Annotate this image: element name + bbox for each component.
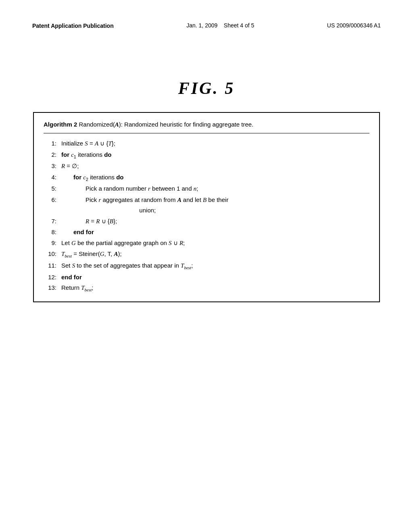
- page-header: Patent Application Publication Jan. 1, 2…: [32, 22, 381, 30]
- algorithm-header: Algorithm 2 Randomized(A): Randomized he…: [44, 120, 369, 134]
- algorithm-title-bold: Algorithm 2: [44, 121, 77, 128]
- alg-line-3: 3: R = ∅;: [44, 161, 369, 172]
- alg-line-12: 12: end for: [44, 272, 369, 283]
- header-date: Jan. 1, 2009: [186, 22, 217, 29]
- header-publication-label: Patent Application Publication: [32, 22, 114, 30]
- alg-line-8: 8: end for: [44, 227, 369, 237]
- alg-line-5: 5: Pick a random number r between 1 and …: [44, 183, 369, 194]
- alg-line-7: 7: R = R ∪ {B};: [44, 216, 369, 227]
- alg-line-4: 4: for c2 iterations do: [44, 172, 369, 183]
- figure-title: FIG. 5: [32, 79, 381, 98]
- algorithm-body: 1: Initialize S = A ∪ {T}; 2: for c1 ite…: [44, 138, 369, 294]
- alg-line-2: 2: for c1 iterations do: [44, 150, 369, 161]
- alg-line-11: 11: Set S to the set of aggregates that …: [44, 260, 369, 272]
- alg-line-6: 6: Pick r aggregates at random from A an…: [44, 195, 369, 216]
- alg-line-10: 10: Tbest = Steiner(G, T, A);: [44, 249, 369, 260]
- header-sheet: Sheet 4 of 5: [224, 22, 254, 29]
- alg-line-13: 13: Return Tbest;: [44, 283, 369, 294]
- alg-line-1: 1: Initialize S = A ∪ {T};: [44, 138, 369, 149]
- algorithm-title-rest: Randomized(A): Randomized heuristic for …: [79, 121, 254, 128]
- algorithm-box: Algorithm 2 Randomized(A): Randomized he…: [33, 112, 380, 302]
- alg-line-9: 9: Let G be the partial aggregate graph …: [44, 238, 369, 249]
- header-patent-number: US 2009/0006346 A1: [327, 22, 381, 29]
- header-date-sheet: Jan. 1, 2009 Sheet 4 of 5: [186, 22, 254, 29]
- page: Patent Application Publication Jan. 1, 2…: [0, 0, 413, 532]
